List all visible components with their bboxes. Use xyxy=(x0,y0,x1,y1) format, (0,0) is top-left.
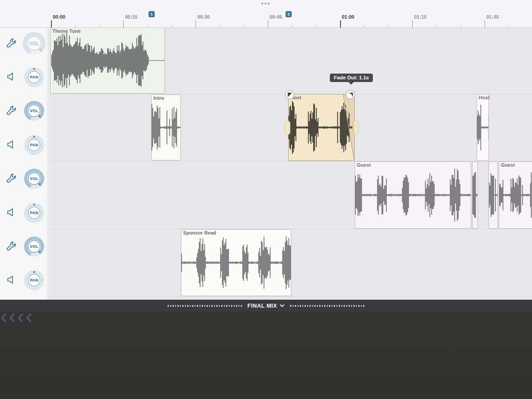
waveform xyxy=(477,94,489,160)
ruler-tick: 00:45 xyxy=(268,20,268,27)
audio-clip[interactable] xyxy=(472,161,478,229)
waveform xyxy=(181,230,291,296)
timeline-ruler: ••• 00:0000:1500:3000:4501:0001:1501:30 … xyxy=(0,0,532,28)
waveform xyxy=(355,162,471,228)
clip-label: Host xyxy=(479,95,489,100)
waveform xyxy=(489,162,497,228)
pan-knob[interactable]: PAN xyxy=(23,202,45,224)
ruler-tick xyxy=(75,25,75,27)
clip-label: Sponsor Read xyxy=(183,230,216,235)
ruler-tick xyxy=(292,25,292,27)
volume-knob[interactable]: VOL xyxy=(23,100,45,122)
timeline-canvas[interactable]: Theme TuneIntroHostHostGuestGuestSponsor… xyxy=(50,27,532,300)
waveform xyxy=(289,94,354,160)
more-handle[interactable]: ••• xyxy=(0,0,532,7)
audio-clip-theme-tune[interactable]: Theme Tune xyxy=(50,27,165,94)
fade-out-tooltip-text: Fade Out: 1.1s xyxy=(334,75,369,80)
audio-clip-intro[interactable]: Intro xyxy=(151,94,181,160)
volume-knob[interactable]: VOL xyxy=(22,31,47,56)
ruler-label: 01:00 xyxy=(342,14,354,20)
clip-label: Guest xyxy=(501,162,515,168)
waveform xyxy=(152,95,180,160)
wrench-icon[interactable] xyxy=(5,240,18,253)
chapter-marker-2[interactable]: 2 xyxy=(286,11,292,17)
ruler-tick: 00:00 xyxy=(51,20,52,27)
svg-text:VOL: VOL xyxy=(30,244,39,249)
fade-in-handle[interactable] xyxy=(285,90,294,99)
fade-out-tooltip: Fade Out: 1.1s xyxy=(330,74,373,82)
ruler-label: 01:30 xyxy=(486,14,499,20)
ruler-tick xyxy=(99,25,100,27)
final-mix-bar[interactable]: FINAL MIX xyxy=(0,300,532,312)
wrench-icon[interactable] xyxy=(5,105,18,117)
chapter-marker-1[interactable]: 1 xyxy=(149,11,155,17)
volume-knob[interactable]: VOL xyxy=(23,235,45,258)
ruler-tick xyxy=(219,25,220,27)
ruler-tick xyxy=(147,25,148,27)
speaker-icon[interactable] xyxy=(5,71,18,83)
audio-clip-host[interactable]: Host xyxy=(288,94,355,161)
svg-text:VOL: VOL xyxy=(29,41,39,46)
clip-label: Intro xyxy=(153,95,164,101)
trim-right-handle[interactable] xyxy=(352,120,359,135)
audio-clip-guest[interactable]: Guest xyxy=(355,161,471,229)
speaker-icon[interactable] xyxy=(5,274,18,286)
svg-text:PAN: PAN xyxy=(30,143,38,147)
wrench-icon[interactable] xyxy=(5,172,18,185)
ruler-label: 00:15 xyxy=(125,14,137,20)
ruler-tick xyxy=(244,25,244,27)
audio-clip[interactable] xyxy=(489,161,498,229)
ruler-tick xyxy=(364,25,364,27)
overview-chevrons-icon xyxy=(1,314,39,322)
ruler-tick xyxy=(388,25,389,27)
mix-dashes-left xyxy=(168,305,242,307)
waveform xyxy=(51,28,164,93)
mix-overview-panel: + 00:38:48 « xyxy=(0,312,532,399)
pan-knob[interactable]: PAN xyxy=(23,66,45,88)
svg-text:PAN: PAN xyxy=(30,211,38,215)
chevron-down-icon xyxy=(280,304,285,307)
sidebar-drag-divider[interactable] xyxy=(47,27,50,300)
ruler-tick xyxy=(436,25,437,27)
track-divider xyxy=(50,296,532,297)
svg-text:PAN: PAN xyxy=(30,75,38,79)
ruler-label: 00:00 xyxy=(53,14,65,20)
audio-clip-guest[interactable]: Guest xyxy=(499,161,532,229)
speaker-icon[interactable] xyxy=(5,207,18,219)
clip-label: Guest xyxy=(357,162,371,168)
audio-clip-host[interactable]: Host xyxy=(477,94,489,161)
volume-knob[interactable]: VOL xyxy=(23,168,45,190)
ruler-tick xyxy=(461,25,461,27)
ruler-tick: 00:15 xyxy=(123,20,124,27)
ruler-label: 00:30 xyxy=(197,14,210,20)
svg-text:PAN: PAN xyxy=(30,278,38,282)
ruler-tick: 00:30 xyxy=(196,20,196,27)
ruler-tick xyxy=(172,25,172,27)
track-controls-sidebar: VOLPANVOLPANVOLPANVOLPAN xyxy=(0,27,47,300)
fade-out-handle[interactable] xyxy=(346,90,355,99)
pan-knob[interactable]: PAN xyxy=(23,269,45,291)
waveform xyxy=(473,162,477,228)
ruler-label: 01:15 xyxy=(414,14,426,20)
ruler-tick: 01:30 xyxy=(485,20,485,27)
svg-text:VOL: VOL xyxy=(30,176,39,181)
ruler-label: 00:45 xyxy=(270,14,282,20)
audio-clip-sponsor-read[interactable]: Sponsor Read xyxy=(181,229,291,296)
ruler-tick: 01:15 xyxy=(412,20,413,27)
final-mix-label: FINAL MIX xyxy=(247,303,277,309)
speaker-icon[interactable] xyxy=(5,139,18,151)
ruler-tick xyxy=(509,25,509,27)
ruler-tick xyxy=(316,25,317,27)
pan-knob[interactable]: PAN xyxy=(23,134,45,156)
trim-left-handle[interactable] xyxy=(284,120,290,135)
waveform xyxy=(499,162,532,228)
svg-text:VOL: VOL xyxy=(30,109,39,113)
clip-label: Theme Tune xyxy=(52,28,81,34)
mix-dashes-right xyxy=(290,305,364,307)
ruler-tick: 01:00 xyxy=(340,20,341,27)
ferrite-editor-window: ••• 00:0000:1500:3000:4501:0001:1501:30 … xyxy=(0,0,532,399)
wrench-icon[interactable] xyxy=(5,37,18,50)
tooltip-arrow xyxy=(348,82,354,85)
